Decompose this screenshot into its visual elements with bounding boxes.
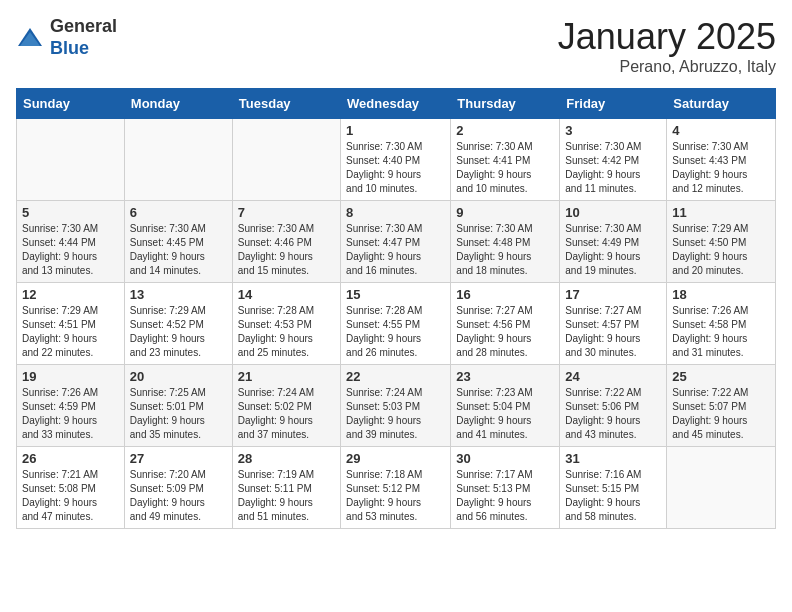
day-info: Sunrise: 7:22 AM Sunset: 5:07 PM Dayligh… [672,386,770,442]
logo-blue: Blue [50,38,117,60]
calendar-day: 1Sunrise: 7:30 AM Sunset: 4:40 PM Daylig… [341,119,451,201]
day-info: Sunrise: 7:21 AM Sunset: 5:08 PM Dayligh… [22,468,119,524]
day-info: Sunrise: 7:29 AM Sunset: 4:52 PM Dayligh… [130,304,227,360]
calendar-day: 22Sunrise: 7:24 AM Sunset: 5:03 PM Dayli… [341,365,451,447]
day-number: 20 [130,369,227,384]
day-number: 31 [565,451,661,466]
calendar-day: 17Sunrise: 7:27 AM Sunset: 4:57 PM Dayli… [560,283,667,365]
day-number: 26 [22,451,119,466]
day-number: 21 [238,369,335,384]
calendar-day: 9Sunrise: 7:30 AM Sunset: 4:48 PM Daylig… [451,201,560,283]
logo-text: General Blue [50,16,117,59]
day-info: Sunrise: 7:20 AM Sunset: 5:09 PM Dayligh… [130,468,227,524]
day-number: 24 [565,369,661,384]
calendar-day: 5Sunrise: 7:30 AM Sunset: 4:44 PM Daylig… [17,201,125,283]
day-number: 1 [346,123,445,138]
calendar-day [667,447,776,529]
day-number: 17 [565,287,661,302]
weekday-header-sunday: Sunday [17,89,125,119]
day-info: Sunrise: 7:30 AM Sunset: 4:47 PM Dayligh… [346,222,445,278]
page-header: General Blue January 2025 Perano, Abruzz… [16,16,776,76]
day-number: 28 [238,451,335,466]
day-info: Sunrise: 7:30 AM Sunset: 4:48 PM Dayligh… [456,222,554,278]
day-info: Sunrise: 7:24 AM Sunset: 5:02 PM Dayligh… [238,386,335,442]
month-year: January 2025 [558,16,776,58]
calendar-day: 31Sunrise: 7:16 AM Sunset: 5:15 PM Dayli… [560,447,667,529]
calendar-day: 12Sunrise: 7:29 AM Sunset: 4:51 PM Dayli… [17,283,125,365]
calendar-day: 10Sunrise: 7:30 AM Sunset: 4:49 PM Dayli… [560,201,667,283]
day-number: 4 [672,123,770,138]
day-info: Sunrise: 7:17 AM Sunset: 5:13 PM Dayligh… [456,468,554,524]
day-info: Sunrise: 7:19 AM Sunset: 5:11 PM Dayligh… [238,468,335,524]
logo-icon [16,24,44,52]
day-number: 15 [346,287,445,302]
calendar-day: 13Sunrise: 7:29 AM Sunset: 4:52 PM Dayli… [124,283,232,365]
day-number: 8 [346,205,445,220]
calendar-day: 27Sunrise: 7:20 AM Sunset: 5:09 PM Dayli… [124,447,232,529]
day-number: 25 [672,369,770,384]
calendar-day: 18Sunrise: 7:26 AM Sunset: 4:58 PM Dayli… [667,283,776,365]
calendar-title: January 2025 Perano, Abruzzo, Italy [558,16,776,76]
calendar-day: 23Sunrise: 7:23 AM Sunset: 5:04 PM Dayli… [451,365,560,447]
calendar-day: 6Sunrise: 7:30 AM Sunset: 4:45 PM Daylig… [124,201,232,283]
day-number: 29 [346,451,445,466]
day-number: 23 [456,369,554,384]
weekday-header-tuesday: Tuesday [232,89,340,119]
calendar-day: 20Sunrise: 7:25 AM Sunset: 5:01 PM Dayli… [124,365,232,447]
calendar-day [124,119,232,201]
calendar-day: 11Sunrise: 7:29 AM Sunset: 4:50 PM Dayli… [667,201,776,283]
day-number: 2 [456,123,554,138]
calendar-day: 21Sunrise: 7:24 AM Sunset: 5:02 PM Dayli… [232,365,340,447]
day-info: Sunrise: 7:30 AM Sunset: 4:41 PM Dayligh… [456,140,554,196]
weekday-header-friday: Friday [560,89,667,119]
day-info: Sunrise: 7:29 AM Sunset: 4:51 PM Dayligh… [22,304,119,360]
day-number: 10 [565,205,661,220]
calendar-day [232,119,340,201]
calendar-week-4: 19Sunrise: 7:26 AM Sunset: 4:59 PM Dayli… [17,365,776,447]
calendar-table: SundayMondayTuesdayWednesdayThursdayFrid… [16,88,776,529]
calendar-day: 4Sunrise: 7:30 AM Sunset: 4:43 PM Daylig… [667,119,776,201]
day-info: Sunrise: 7:26 AM Sunset: 4:59 PM Dayligh… [22,386,119,442]
day-number: 12 [22,287,119,302]
location: Perano, Abruzzo, Italy [558,58,776,76]
calendar-day: 3Sunrise: 7:30 AM Sunset: 4:42 PM Daylig… [560,119,667,201]
day-info: Sunrise: 7:23 AM Sunset: 5:04 PM Dayligh… [456,386,554,442]
day-info: Sunrise: 7:30 AM Sunset: 4:44 PM Dayligh… [22,222,119,278]
day-number: 22 [346,369,445,384]
calendar-week-1: 1Sunrise: 7:30 AM Sunset: 4:40 PM Daylig… [17,119,776,201]
day-number: 5 [22,205,119,220]
weekday-header-thursday: Thursday [451,89,560,119]
calendar-week-5: 26Sunrise: 7:21 AM Sunset: 5:08 PM Dayli… [17,447,776,529]
day-number: 18 [672,287,770,302]
day-number: 3 [565,123,661,138]
calendar-day: 19Sunrise: 7:26 AM Sunset: 4:59 PM Dayli… [17,365,125,447]
calendar-day: 16Sunrise: 7:27 AM Sunset: 4:56 PM Dayli… [451,283,560,365]
day-info: Sunrise: 7:30 AM Sunset: 4:42 PM Dayligh… [565,140,661,196]
day-info: Sunrise: 7:29 AM Sunset: 4:50 PM Dayligh… [672,222,770,278]
day-number: 13 [130,287,227,302]
logo-general: General [50,16,117,38]
calendar-day: 7Sunrise: 7:30 AM Sunset: 4:46 PM Daylig… [232,201,340,283]
calendar-day: 25Sunrise: 7:22 AM Sunset: 5:07 PM Dayli… [667,365,776,447]
weekday-header-monday: Monday [124,89,232,119]
day-info: Sunrise: 7:18 AM Sunset: 5:12 PM Dayligh… [346,468,445,524]
calendar-day: 30Sunrise: 7:17 AM Sunset: 5:13 PM Dayli… [451,447,560,529]
day-info: Sunrise: 7:27 AM Sunset: 4:57 PM Dayligh… [565,304,661,360]
calendar-day: 24Sunrise: 7:22 AM Sunset: 5:06 PM Dayli… [560,365,667,447]
calendar-day: 28Sunrise: 7:19 AM Sunset: 5:11 PM Dayli… [232,447,340,529]
day-info: Sunrise: 7:28 AM Sunset: 4:53 PM Dayligh… [238,304,335,360]
day-info: Sunrise: 7:22 AM Sunset: 5:06 PM Dayligh… [565,386,661,442]
day-number: 7 [238,205,335,220]
day-info: Sunrise: 7:24 AM Sunset: 5:03 PM Dayligh… [346,386,445,442]
calendar-day: 26Sunrise: 7:21 AM Sunset: 5:08 PM Dayli… [17,447,125,529]
weekday-header-saturday: Saturday [667,89,776,119]
day-info: Sunrise: 7:16 AM Sunset: 5:15 PM Dayligh… [565,468,661,524]
day-info: Sunrise: 7:30 AM Sunset: 4:45 PM Dayligh… [130,222,227,278]
day-info: Sunrise: 7:30 AM Sunset: 4:46 PM Dayligh… [238,222,335,278]
day-info: Sunrise: 7:27 AM Sunset: 4:56 PM Dayligh… [456,304,554,360]
calendar-day: 29Sunrise: 7:18 AM Sunset: 5:12 PM Dayli… [341,447,451,529]
day-number: 19 [22,369,119,384]
calendar-day [17,119,125,201]
calendar-day: 8Sunrise: 7:30 AM Sunset: 4:47 PM Daylig… [341,201,451,283]
day-number: 14 [238,287,335,302]
